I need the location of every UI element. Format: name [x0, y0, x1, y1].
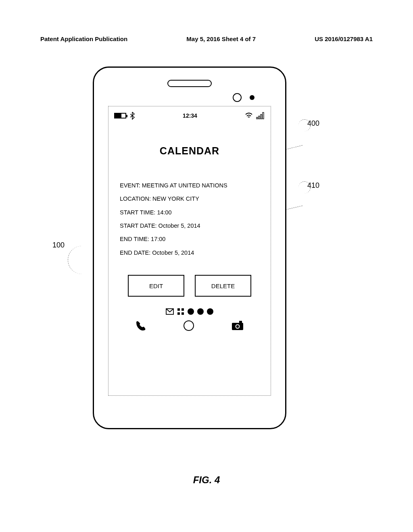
event-line: EVENT: MEETING AT UNITED NATIONS: [120, 179, 259, 192]
pager-dot[interactable]: [197, 308, 204, 315]
header-left: Patent Application Publication: [40, 35, 127, 42]
pager-dot[interactable]: [188, 308, 194, 315]
phone-device: 12:34 CALENDAR EVENT: MEETING AT UNITED …: [93, 66, 286, 429]
home-button[interactable]: [184, 320, 194, 331]
figure-caption: FIG. 4: [0, 474, 413, 486]
pager-dot[interactable]: [207, 308, 213, 315]
signal-icon: [256, 112, 265, 119]
clock-time: 12:34: [183, 112, 197, 119]
svg-rect-7: [177, 312, 180, 315]
lead-hook-400: [298, 119, 311, 131]
battery-icon: [114, 113, 126, 118]
speaker-slot: [167, 80, 212, 87]
app-title: CALENDAR: [108, 145, 271, 157]
nav-row: [108, 320, 271, 335]
start-date-line: START DATE: October 5, 2014: [120, 219, 259, 233]
status-right: [245, 112, 265, 119]
bluetooth-icon: [129, 112, 135, 120]
svg-rect-8: [181, 312, 184, 315]
camera-icon[interactable]: [231, 320, 244, 331]
sensor-circle: [233, 93, 242, 102]
button-row: EDIT DELETE: [108, 275, 271, 297]
start-time-line: START TIME: 14:00: [120, 206, 259, 219]
end-date-line: END DATE: October 5, 2014: [120, 246, 259, 260]
svg-rect-6: [181, 308, 184, 311]
svg-rect-5: [177, 308, 180, 311]
sensor-dot: [250, 95, 254, 100]
svg-point-12: [236, 325, 239, 328]
status-bar: 12:34: [108, 106, 271, 125]
phone-screen: 12:34 CALENDAR EVENT: MEETING AT UNITED …: [108, 106, 271, 396]
pager-row: [108, 308, 271, 315]
event-details: EVENT: MEETING AT UNITED NATIONS LOCATIO…: [120, 179, 259, 260]
svg-rect-2: [261, 114, 262, 119]
svg-rect-10: [239, 321, 242, 323]
lead-hook-410: [298, 181, 311, 193]
end-time-line: END TIME: 17:00: [120, 233, 259, 246]
svg-rect-1: [259, 116, 260, 119]
status-left: [114, 112, 135, 120]
delete-button[interactable]: DELETE: [195, 275, 251, 297]
phone-icon[interactable]: [135, 320, 146, 331]
header-right: US 2016/0127983 A1: [315, 35, 373, 42]
wifi-icon: [245, 112, 253, 119]
location-line: LOCATION: NEW YORK CITY: [120, 192, 259, 206]
callout-100: 100: [52, 241, 65, 249]
apps-grid-icon[interactable]: [177, 308, 184, 315]
svg-rect-0: [257, 117, 258, 119]
mail-icon[interactable]: [166, 308, 174, 315]
page-header: Patent Application Publication May 5, 20…: [40, 35, 373, 42]
svg-rect-3: [263, 112, 264, 119]
lead-line-100: [68, 246, 96, 274]
edit-button[interactable]: EDIT: [128, 275, 184, 297]
header-center: May 5, 2016 Sheet 4 of 7: [186, 35, 256, 42]
